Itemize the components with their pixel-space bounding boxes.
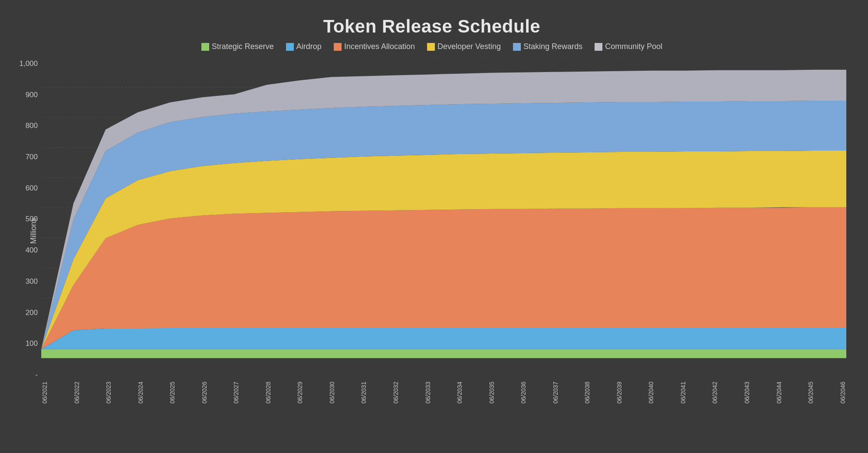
legend-item-airdrop: Airdrop (286, 42, 322, 51)
y-label-0: - (17, 371, 41, 379)
y-label-200: 200 (17, 309, 41, 317)
legend-color-community (595, 43, 602, 51)
x-label-2033: 06/2033 (424, 381, 431, 404)
x-label-2038: 06/2038 (584, 381, 591, 404)
y-label-600: 600 (17, 184, 41, 193)
y-label-300: 300 (17, 277, 41, 286)
x-label-2022: 06/2022 (73, 381, 80, 404)
x-axis-labels: 06/2021 06/2022 06/2023 06/2024 06/2025 … (41, 381, 846, 404)
x-label-2021: 06/2021 (41, 381, 48, 404)
legend-color-strategic-reserve (201, 43, 209, 51)
x-label-2040: 06/2040 (648, 381, 654, 404)
x-label-2023: 06/2023 (105, 381, 112, 404)
legend-label-strategic-reserve: Strategic Reserve (212, 42, 274, 51)
y-label-400: 400 (17, 246, 41, 255)
x-label-2043: 06/2043 (743, 381, 750, 404)
y-label-900: 900 (17, 91, 41, 99)
legend-item-staking: Staking Rewards (513, 42, 582, 51)
x-label-2031: 06/2031 (360, 381, 367, 404)
x-label-2024: 06/2024 (137, 381, 144, 404)
legend-label-developer: Developer Vesting (437, 42, 501, 51)
y-label-1000: 1,000 (17, 59, 41, 68)
legend-item-incentives: Incentives Allocation (334, 42, 415, 51)
chart-area: 1,000 900 800 700 600 500 400 300 200 10… (17, 57, 846, 404)
legend-label-community: Community Pool (605, 42, 662, 51)
legend: Strategic Reserve Airdrop Incentives All… (17, 42, 846, 51)
legend-item-developer: Developer Vesting (427, 42, 501, 51)
x-label-2032: 06/2032 (392, 381, 399, 404)
x-label-2035: 06/2035 (488, 381, 495, 404)
area-strategic-reserve (41, 349, 846, 358)
x-label-2028: 06/2028 (265, 381, 272, 404)
x-label-2046: 06/2046 (839, 381, 846, 404)
y-axis-title: Millions (29, 218, 38, 244)
area-airdrop (41, 328, 846, 349)
legend-item-community: Community Pool (595, 42, 662, 51)
x-label-2041: 06/2041 (680, 381, 687, 404)
legend-color-airdrop (286, 43, 294, 51)
legend-color-staking (513, 43, 521, 51)
chart-plot: Millions (41, 57, 846, 404)
x-label-2029: 06/2029 (296, 381, 303, 404)
legend-color-developer (427, 43, 435, 51)
x-label-2025: 06/2025 (169, 381, 176, 404)
legend-color-incentives (334, 43, 342, 51)
legend-label-incentives: Incentives Allocation (344, 42, 415, 51)
x-label-2042: 06/2042 (711, 381, 718, 404)
y-label-800: 800 (17, 121, 41, 130)
x-label-2036: 06/2036 (520, 381, 527, 404)
x-label-2030: 06/2030 (329, 381, 335, 404)
x-label-2026: 06/2026 (201, 381, 208, 404)
chart-title: Token Release Schedule (17, 16, 846, 37)
x-label-2037: 06/2037 (552, 381, 559, 404)
x-label-2045: 06/2045 (807, 381, 814, 404)
legend-label-staking: Staking Rewards (523, 42, 582, 51)
x-label-2039: 06/2039 (616, 381, 623, 404)
legend-item-strategic-reserve: Strategic Reserve (201, 42, 274, 51)
x-label-2044: 06/2044 (776, 381, 783, 404)
main-chart-svg (41, 57, 846, 380)
chart-container: Token Release Schedule Strategic Reserve… (9, 7, 859, 446)
area-incentives (41, 207, 846, 349)
x-label-2027: 06/2027 (233, 381, 240, 404)
y-label-700: 700 (17, 153, 41, 161)
legend-label-airdrop: Airdrop (296, 42, 322, 51)
x-label-2034: 06/2034 (456, 381, 463, 404)
y-label-100: 100 (17, 339, 41, 348)
